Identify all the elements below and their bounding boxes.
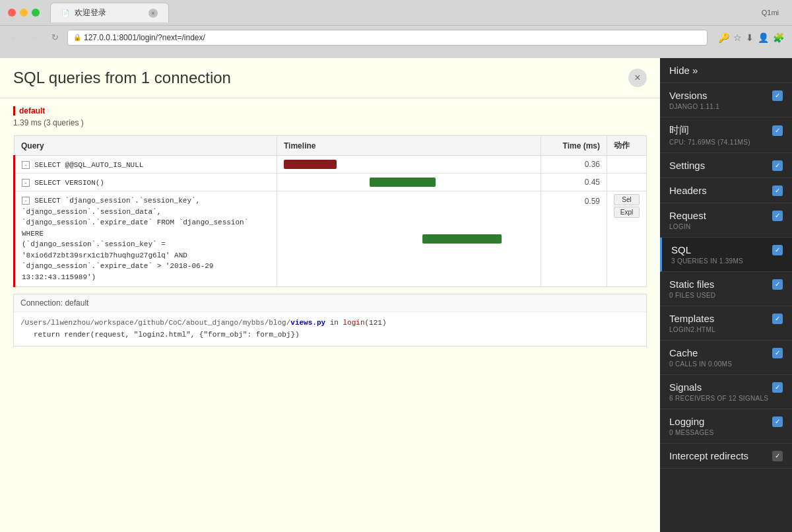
browser-tab[interactable]: 📄 欢迎登录 × (50, 3, 169, 22)
query-cell: - SELECT VERSION() (15, 174, 277, 191)
table-row: - SELECT @@SQL_AUTO_IS_NULL 0.36 (15, 156, 647, 174)
sidebar-item-header: Static files ✓ (669, 279, 783, 290)
queries-table: Query Timeline Time (ms) 动作 - SELECT @@S… (13, 135, 647, 287)
sidebar-item-header: Versions ✓ (669, 90, 783, 101)
sidebar-item-header: Settings ✓ (669, 160, 783, 171)
sidebar-item-title: Static files (669, 279, 714, 290)
sidebar-checkbox[interactable]: ✓ (772, 279, 783, 290)
action-header: 动作 (607, 136, 647, 156)
action-buttons: Sel Expl (614, 194, 640, 218)
download-icon[interactable]: ⬇ (746, 32, 754, 43)
action-cell (607, 174, 647, 191)
sidebar-sub: LOGIN (669, 223, 783, 230)
forward-button[interactable]: → (28, 30, 42, 45)
sidebar-sub: 3 queries in 1.39ms (671, 257, 783, 265)
sidebar-item-title: Settings (669, 160, 705, 171)
url-right-icons: 🔑 ☆ ⬇ 👤 🧩 (718, 32, 784, 43)
traffic-lights (8, 9, 40, 17)
sidebar-checkbox[interactable]: ✓ (772, 348, 783, 358)
sidebar-item-time[interactable]: 时间 ✓ CPU: 71.69ms (74.11ms) (660, 117, 792, 153)
main-layout: SQL queries from 1 connection × default … (0, 58, 792, 532)
sidebar-item-title: Logging (669, 416, 704, 427)
star-icon[interactable]: ☆ (733, 32, 742, 43)
url-bar[interactable]: 🔒 127.0.0.1:8001/login/?next=/index/ (67, 30, 708, 46)
sidebar-item-headers[interactable]: Headers ✓ (660, 178, 792, 203)
sidebar-checkbox[interactable]: ✓ (772, 185, 783, 196)
sidebar-checkbox[interactable]: ✓ (772, 451, 783, 461)
tab-title: 欢迎登录 (75, 7, 106, 18)
sidebar-checkbox[interactable]: ✓ (772, 416, 783, 427)
sidebar-item-request[interactable]: Request ✓ LOGIN (660, 203, 792, 238)
sql-panel: SQL queries from 1 connection × default … (0, 58, 660, 532)
minimize-traffic-light[interactable] (20, 9, 28, 17)
sidebar-item-title: Cache (669, 347, 698, 358)
expand-icon[interactable]: - (22, 161, 30, 169)
close-panel-button[interactable]: × (628, 69, 647, 87)
sidebar-item-header: Cache ✓ (669, 347, 783, 358)
back-button[interactable]: ← (8, 30, 22, 45)
sidebar-sub: 0 messages (669, 429, 783, 436)
tab-favicon: 📄 (61, 9, 69, 17)
time-cell: 0.45 (541, 174, 607, 191)
sidebar-sub: 0 files used (669, 292, 783, 299)
sidebar-item-templates[interactable]: Templates ✓ LOGIN2.HTML (660, 306, 792, 341)
sidebar-item-settings[interactable]: Settings ✓ (660, 153, 792, 178)
sql-content: default 1.39 ms (3 queries ) Query Timel… (0, 98, 660, 354)
code-block: /Users/llwenzhou/workspace/github/CoC/ab… (14, 312, 646, 346)
sidebar-checkbox[interactable]: ✓ (772, 160, 783, 171)
sidebar-sub: CPU: 71.69ms (74.11ms) (669, 139, 783, 146)
sidebar-item-versions[interactable]: Versions ✓ Django 1.11.1 (660, 83, 792, 117)
tab-area: 📄 欢迎登录 × (50, 3, 756, 22)
key-icon[interactable]: 🔑 (718, 32, 729, 43)
query-cell: - SELECT @@SQL_AUTO_IS_NULL (15, 156, 277, 174)
puzzle-icon[interactable]: 🧩 (773, 32, 784, 43)
query-time: 1.39 ms (3 queries ) (13, 118, 647, 127)
reload-button[interactable]: ↻ (48, 30, 62, 45)
sel-button[interactable]: Sel (614, 194, 640, 205)
browser-chrome: 📄 欢迎登录 × Q1mi ← → ↻ 🔒 127.0.0.1:8001/log… (0, 0, 792, 58)
sidebar-item-cache[interactable]: Cache ✓ 0 calls in 0.00ms (660, 341, 792, 375)
sidebar-item-logging[interactable]: Logging ✓ 0 messages (660, 409, 792, 444)
sidebar-checkbox[interactable]: ✓ (772, 125, 783, 136)
default-label: default (13, 106, 647, 116)
timeline-header: Timeline (277, 136, 541, 156)
expl-button[interactable]: Expl (614, 207, 640, 218)
query-text: SELECT VERSION() (34, 179, 104, 187)
query-text: SELECT `django_session`.`session_key`, `… (22, 197, 253, 281)
sidebar-item-static[interactable]: Static files ✓ 0 files used (660, 272, 792, 306)
sidebar-item-title: Templates (669, 313, 714, 324)
query-detail: Connection: default /Users/llwenzhou/wor… (13, 294, 647, 347)
sidebar-item-sql[interactable]: SQL ✓ 3 queries in 1.39ms (660, 238, 792, 272)
table-row: - SELECT `django_session`.`session_key`,… (15, 191, 647, 287)
maximize-traffic-light[interactable] (32, 9, 40, 17)
timeline-cell (277, 174, 541, 191)
url-text: 127.0.0.1:8001/login/?next=/index/ (84, 33, 205, 42)
expand-icon[interactable]: - (22, 197, 30, 205)
sidebar-sub: 6 receivers of 12 signals (669, 395, 783, 402)
table-row: - SELECT VERSION() 0.45 (15, 174, 647, 191)
sidebar: Hide » Versions ✓ Django 1.11.1 时间 ✓ CPU… (660, 58, 792, 532)
sidebar-sub: LOGIN2.HTML (669, 326, 783, 333)
timeline-cell (277, 156, 541, 174)
tab-close-button[interactable]: × (148, 9, 158, 18)
connection-info: Connection: default (14, 294, 646, 312)
lock-icon: 🔒 (73, 34, 81, 41)
sidebar-checkbox[interactable]: ✓ (772, 90, 783, 101)
sidebar-item-header: Templates ✓ (669, 313, 783, 324)
profile-icon[interactable]: 👤 (758, 32, 769, 43)
sidebar-checkbox[interactable]: ✓ (772, 211, 783, 221)
sidebar-checkbox[interactable]: ✓ (772, 314, 783, 324)
sidebar-checkbox[interactable]: ✓ (772, 382, 783, 393)
sidebar-item-intercept[interactable]: Intercept redirects ✓ (660, 444, 792, 469)
sidebar-item-title: Signals (669, 382, 702, 393)
title-bar: 📄 欢迎登录 × Q1mi (0, 0, 792, 25)
hide-panel-button[interactable]: Hide » (660, 58, 792, 83)
sql-header: SQL queries from 1 connection × (0, 58, 660, 98)
hide-label: Hide » (669, 65, 698, 76)
expand-icon[interactable]: - (22, 179, 30, 187)
sidebar-item-signals[interactable]: Signals ✓ 6 receivers of 12 signals (660, 375, 792, 409)
sidebar-checkbox[interactable]: ✓ (772, 245, 783, 255)
action-cell (607, 156, 647, 174)
sidebar-item-title: SQL (671, 244, 691, 255)
close-traffic-light[interactable] (8, 9, 16, 17)
